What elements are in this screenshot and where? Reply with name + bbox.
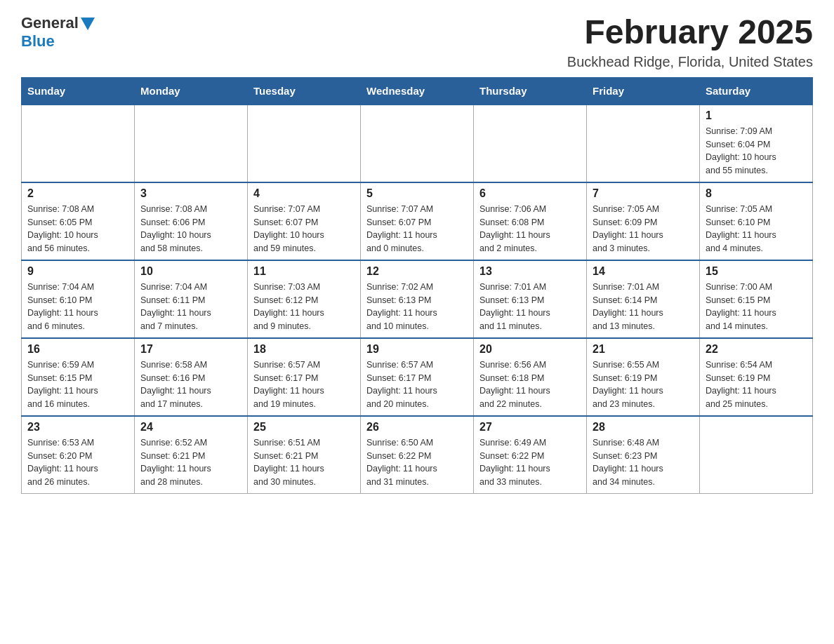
day-info: Sunrise: 6:53 AMSunset: 6:20 PMDaylight:… bbox=[27, 436, 128, 489]
day-number: 27 bbox=[479, 421, 581, 434]
day-number: 12 bbox=[366, 265, 468, 278]
calendar-header-friday: Friday bbox=[587, 77, 700, 105]
calendar-cell bbox=[361, 105, 474, 182]
calendar-cell: 9Sunrise: 7:04 AMSunset: 6:10 PMDaylight… bbox=[22, 260, 135, 338]
page-header: General Blue February 2025 Buckhead Ridg… bbox=[21, 14, 813, 70]
day-info: Sunrise: 6:57 AMSunset: 6:17 PMDaylight:… bbox=[366, 358, 468, 411]
day-number: 16 bbox=[27, 343, 128, 356]
day-number: 9 bbox=[27, 265, 128, 278]
day-number: 13 bbox=[479, 265, 581, 278]
day-number: 21 bbox=[593, 343, 694, 356]
calendar-cell: 19Sunrise: 6:57 AMSunset: 6:17 PMDayligh… bbox=[361, 338, 474, 416]
day-info: Sunrise: 7:00 AMSunset: 6:15 PMDaylight:… bbox=[706, 281, 807, 333]
calendar-cell: 24Sunrise: 6:52 AMSunset: 6:21 PMDayligh… bbox=[135, 416, 248, 494]
calendar-header-row: SundayMondayTuesdayWednesdayThursdayFrid… bbox=[22, 77, 813, 105]
day-info: Sunrise: 7:08 AMSunset: 6:05 PMDaylight:… bbox=[27, 203, 128, 255]
calendar-cell: 18Sunrise: 6:57 AMSunset: 6:17 PMDayligh… bbox=[248, 338, 361, 416]
day-number: 28 bbox=[593, 421, 694, 434]
calendar-cell: 28Sunrise: 6:48 AMSunset: 6:23 PMDayligh… bbox=[587, 416, 700, 494]
day-info: Sunrise: 7:07 AMSunset: 6:07 PMDaylight:… bbox=[366, 203, 468, 255]
calendar-cell bbox=[587, 105, 700, 182]
calendar-cell bbox=[22, 105, 135, 182]
day-info: Sunrise: 6:58 AMSunset: 6:16 PMDaylight:… bbox=[140, 358, 241, 411]
day-number: 2 bbox=[27, 187, 128, 200]
day-number: 5 bbox=[366, 187, 468, 200]
day-number: 17 bbox=[140, 343, 241, 356]
calendar-header-monday: Monday bbox=[135, 77, 248, 105]
calendar-cell: 7Sunrise: 7:05 AMSunset: 6:09 PMDaylight… bbox=[587, 182, 700, 260]
calendar-cell: 27Sunrise: 6:49 AMSunset: 6:22 PMDayligh… bbox=[474, 416, 587, 494]
day-info: Sunrise: 7:03 AMSunset: 6:12 PMDaylight:… bbox=[253, 281, 355, 333]
calendar-table: SundayMondayTuesdayWednesdayThursdayFrid… bbox=[21, 77, 813, 494]
calendar-cell: 16Sunrise: 6:59 AMSunset: 6:15 PMDayligh… bbox=[22, 338, 135, 416]
calendar-week-1: 2Sunrise: 7:08 AMSunset: 6:05 PMDaylight… bbox=[22, 182, 813, 260]
day-number: 15 bbox=[706, 265, 807, 278]
calendar-cell: 1Sunrise: 7:09 AMSunset: 6:04 PMDaylight… bbox=[700, 105, 813, 182]
logo-blue-text: Blue bbox=[21, 32, 55, 51]
title-block: February 2025 Buckhead Ridge, Florida, U… bbox=[567, 14, 813, 70]
calendar-cell: 14Sunrise: 7:01 AMSunset: 6:14 PMDayligh… bbox=[587, 260, 700, 338]
day-number: 24 bbox=[140, 421, 241, 434]
month-title: February 2025 bbox=[567, 14, 813, 51]
day-info: Sunrise: 6:52 AMSunset: 6:21 PMDaylight:… bbox=[140, 436, 241, 489]
day-info: Sunrise: 6:57 AMSunset: 6:17 PMDaylight:… bbox=[253, 358, 355, 411]
calendar-cell: 21Sunrise: 6:55 AMSunset: 6:19 PMDayligh… bbox=[587, 338, 700, 416]
calendar-header-sunday: Sunday bbox=[22, 77, 135, 105]
calendar-week-4: 23Sunrise: 6:53 AMSunset: 6:20 PMDayligh… bbox=[22, 416, 813, 494]
day-number: 18 bbox=[253, 343, 355, 356]
calendar-cell: 8Sunrise: 7:05 AMSunset: 6:10 PMDaylight… bbox=[700, 182, 813, 260]
calendar-week-0: 1Sunrise: 7:09 AMSunset: 6:04 PMDaylight… bbox=[22, 105, 813, 182]
calendar-header-wednesday: Wednesday bbox=[361, 77, 474, 105]
calendar-header-saturday: Saturday bbox=[700, 77, 813, 105]
location-title: Buckhead Ridge, Florida, United States bbox=[567, 54, 813, 70]
calendar-cell: 22Sunrise: 6:54 AMSunset: 6:19 PMDayligh… bbox=[700, 338, 813, 416]
day-number: 19 bbox=[366, 343, 468, 356]
calendar-cell: 13Sunrise: 7:01 AMSunset: 6:13 PMDayligh… bbox=[474, 260, 587, 338]
day-number: 11 bbox=[253, 265, 355, 278]
day-info: Sunrise: 6:56 AMSunset: 6:18 PMDaylight:… bbox=[479, 358, 581, 411]
day-info: Sunrise: 6:48 AMSunset: 6:23 PMDaylight:… bbox=[593, 436, 694, 489]
calendar-cell bbox=[248, 105, 361, 182]
day-info: Sunrise: 6:50 AMSunset: 6:22 PMDaylight:… bbox=[366, 436, 468, 489]
calendar-cell: 26Sunrise: 6:50 AMSunset: 6:22 PMDayligh… bbox=[361, 416, 474, 494]
calendar-cell: 10Sunrise: 7:04 AMSunset: 6:11 PMDayligh… bbox=[135, 260, 248, 338]
logo: General Blue bbox=[21, 14, 95, 51]
day-number: 8 bbox=[706, 187, 807, 200]
calendar-header-tuesday: Tuesday bbox=[248, 77, 361, 105]
day-number: 14 bbox=[593, 265, 694, 278]
logo-general-text: General bbox=[21, 14, 79, 32]
calendar-header-thursday: Thursday bbox=[474, 77, 587, 105]
calendar-week-3: 16Sunrise: 6:59 AMSunset: 6:15 PMDayligh… bbox=[22, 338, 813, 416]
calendar-cell: 23Sunrise: 6:53 AMSunset: 6:20 PMDayligh… bbox=[22, 416, 135, 494]
calendar-cell bbox=[700, 416, 813, 494]
calendar-cell bbox=[474, 105, 587, 182]
day-info: Sunrise: 6:55 AMSunset: 6:19 PMDaylight:… bbox=[593, 358, 694, 411]
day-info: Sunrise: 7:04 AMSunset: 6:11 PMDaylight:… bbox=[140, 281, 241, 333]
calendar-cell: 25Sunrise: 6:51 AMSunset: 6:21 PMDayligh… bbox=[248, 416, 361, 494]
day-info: Sunrise: 7:02 AMSunset: 6:13 PMDaylight:… bbox=[366, 281, 468, 333]
calendar-cell: 6Sunrise: 7:06 AMSunset: 6:08 PMDaylight… bbox=[474, 182, 587, 260]
calendar-cell: 17Sunrise: 6:58 AMSunset: 6:16 PMDayligh… bbox=[135, 338, 248, 416]
day-info: Sunrise: 7:01 AMSunset: 6:13 PMDaylight:… bbox=[479, 281, 581, 333]
day-info: Sunrise: 6:51 AMSunset: 6:21 PMDaylight:… bbox=[253, 436, 355, 489]
calendar-cell: 3Sunrise: 7:08 AMSunset: 6:06 PMDaylight… bbox=[135, 182, 248, 260]
calendar-cell: 2Sunrise: 7:08 AMSunset: 6:05 PMDaylight… bbox=[22, 182, 135, 260]
day-number: 22 bbox=[706, 343, 807, 356]
day-number: 25 bbox=[253, 421, 355, 434]
calendar-cell: 15Sunrise: 7:00 AMSunset: 6:15 PMDayligh… bbox=[700, 260, 813, 338]
day-number: 4 bbox=[253, 187, 355, 200]
day-number: 3 bbox=[140, 187, 241, 200]
day-info: Sunrise: 7:07 AMSunset: 6:07 PMDaylight:… bbox=[253, 203, 355, 255]
logo-triangle-icon bbox=[81, 18, 95, 30]
day-number: 20 bbox=[479, 343, 581, 356]
day-number: 26 bbox=[366, 421, 468, 434]
calendar-cell: 12Sunrise: 7:02 AMSunset: 6:13 PMDayligh… bbox=[361, 260, 474, 338]
day-info: Sunrise: 7:06 AMSunset: 6:08 PMDaylight:… bbox=[479, 203, 581, 255]
calendar-cell: 20Sunrise: 6:56 AMSunset: 6:18 PMDayligh… bbox=[474, 338, 587, 416]
day-info: Sunrise: 7:05 AMSunset: 6:09 PMDaylight:… bbox=[593, 203, 694, 255]
day-info: Sunrise: 6:54 AMSunset: 6:19 PMDaylight:… bbox=[706, 358, 807, 411]
day-number: 1 bbox=[706, 109, 807, 122]
day-info: Sunrise: 7:09 AMSunset: 6:04 PMDaylight:… bbox=[706, 125, 807, 177]
day-info: Sunrise: 6:49 AMSunset: 6:22 PMDaylight:… bbox=[479, 436, 581, 489]
day-number: 6 bbox=[479, 187, 581, 200]
